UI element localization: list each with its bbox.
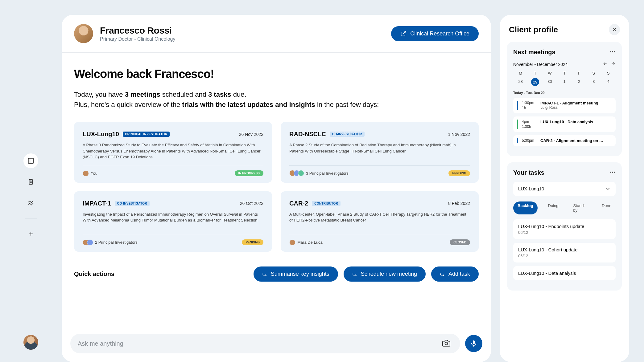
meeting-title: IMPACT-1 - Alignment meeting [540, 101, 612, 105]
close-panel-button[interactable] [609, 24, 620, 35]
meeting-time: 5:30pm [522, 138, 537, 143]
header: Francesco Rossi Primary Doctor - Clinica… [62, 15, 491, 53]
meeting-item[interactable]: 5:30pm CAR-2 - Alignment meeting on … [513, 135, 616, 146]
calendar-day[interactable]: 1 [557, 78, 572, 85]
main-panel: Francesco Rossi Primary Doctor - Clinica… [62, 15, 491, 362]
tasks-more-button[interactable] [609, 169, 616, 176]
task-item[interactable]: LUX-Lung10 - Cohort update06/12 [513, 243, 616, 262]
calendar-dow: T [528, 71, 542, 75]
trial-pi-label: Mara De Luca [297, 240, 323, 245]
task-tab[interactable]: Done [597, 201, 616, 214]
meeting-title: CAR-2 - Alignment meeting on … [540, 138, 612, 143]
meeting-item[interactable]: 1:30pm1h IMPACT-1 - Alignment meeting Lu… [513, 98, 616, 113]
task-item[interactable]: LUX-Lung10 - Data analysis [513, 266, 616, 280]
meeting-time: 1:30pm1h [522, 101, 537, 110]
camera-icon [442, 339, 450, 347]
sidebar-analytics[interactable] [23, 195, 38, 210]
trial-pi-label: You [91, 171, 97, 176]
trial-pi-label: 2 Principal Investigators [95, 240, 138, 245]
calendar-day[interactable]: 28 [513, 78, 528, 85]
welcome-heading: Welcome back Francesco! [74, 67, 479, 81]
trial-date: 26 Nov 2022 [239, 132, 263, 137]
arrow-left-icon [603, 61, 608, 66]
trial-name: LUX-Lung10 [83, 131, 119, 138]
dots-icon [609, 49, 616, 55]
quick-action-button[interactable]: Add task [431, 266, 479, 282]
trials-grid: LUX-Lung10 PRINCIPAL INVESTIGATOR 26 Nov… [74, 122, 479, 252]
meeting-time: 4pm1:30h [522, 120, 537, 129]
trial-date: 26 Oct 2022 [240, 201, 263, 206]
calendar-day[interactable]: 30 [543, 78, 557, 85]
status-badge: CLOSED [450, 239, 470, 245]
calendar-day[interactable]: 29 [531, 78, 539, 86]
sidebar-add[interactable] [23, 226, 38, 241]
camera-button[interactable] [440, 337, 453, 351]
svg-point-18 [610, 172, 611, 173]
calendar-prev-button[interactable] [603, 61, 608, 67]
pi-avatar [289, 239, 295, 246]
user-name: Francesco Rossi [100, 25, 175, 36]
calendar-next-button[interactable] [611, 61, 616, 67]
calendar-day[interactable]: 2 [572, 78, 586, 85]
task-item-title: LUX-Lung10 - Cohort update [518, 247, 611, 252]
task-tab[interactable]: Backlog [513, 201, 538, 214]
arrow-right-icon [611, 61, 616, 66]
sidebar-clipboard[interactable] [23, 174, 38, 189]
reply-arrow-icon [440, 271, 445, 277]
client-profile-panel: Client profile Next meetings November - … [500, 15, 629, 362]
calendar-day[interactable]: 4 [601, 78, 616, 85]
microphone-icon [470, 340, 477, 347]
svg-point-13 [610, 51, 611, 52]
meeting-item[interactable]: 4pm1:30h LUX-Lung10 - Data analysis [513, 116, 616, 132]
calendar-dow: T [557, 71, 572, 75]
task-item-title: LUX-Lung10 - Endpoints update [518, 224, 611, 229]
quick-action-button[interactable]: Schedule new meeting [344, 266, 426, 282]
task-item-title: LUX-Lung10 - Data analysis [518, 270, 611, 276]
trial-description: Investigating the Impact of a Personaliz… [83, 211, 263, 229]
task-tab[interactable]: Stand-by [569, 201, 591, 214]
svg-point-14 [612, 51, 613, 52]
trial-card[interactable]: LUX-Lung10 PRINCIPAL INVESTIGATOR 26 Nov… [74, 122, 272, 183]
trial-card[interactable]: RAD-NSCLC CO-INVESTIGATOR 1 Nov 2022 A P… [281, 122, 479, 183]
quick-action-label: Add task [448, 271, 470, 277]
calendar-day[interactable]: 3 [586, 78, 601, 85]
sidebar-dashboard[interactable] [23, 153, 38, 168]
task-tab[interactable]: Doing [544, 201, 563, 214]
task-trial-select[interactable]: LUX-Lung10 [513, 182, 616, 196]
trial-description: A Multi-center, Open-label, Phase 2 Stud… [289, 211, 470, 229]
pi-avatar [298, 170, 304, 176]
meeting-color-bar [517, 120, 518, 129]
calendar-dow: F [572, 71, 586, 75]
calendar-range: November - December 2024 [513, 62, 568, 67]
clinical-research-office-button[interactable]: Clinical Research Office [391, 26, 479, 41]
calendar-dow: W [543, 71, 557, 75]
meeting-color-bar [517, 138, 518, 143]
pi-avatar [87, 239, 93, 246]
task-trial-selected: LUX-Lung10 [518, 186, 544, 191]
meetings-more-button[interactable] [609, 49, 616, 56]
quick-action-button[interactable]: Summarise key insights [254, 266, 338, 282]
plus-icon [28, 231, 34, 237]
quick-action-label: Schedule new meeting [361, 271, 417, 277]
chart-icon [27, 199, 34, 206]
next-meetings-card: Next meetings November - December 2024 M… [507, 42, 622, 156]
sidebar-user-avatar[interactable] [23, 335, 38, 350]
trial-card[interactable]: IMPACT-1 CO-INVESTIGATOR 26 Oct 2022 Inv… [74, 191, 272, 252]
microphone-button[interactable] [465, 335, 482, 352]
close-icon [612, 27, 617, 32]
role-badge: PRINCIPAL INVESTIGATOR [123, 132, 170, 137]
quick-actions-row: Quick actions Summarise key insightsSche… [74, 266, 479, 282]
your-tasks-card: Your tasks LUX-Lung10 BacklogDoingStand-… [507, 162, 622, 291]
trial-card[interactable]: CAR-2 CONTRIBUTOR 8 Feb 2022 A Multi-cen… [281, 191, 479, 252]
chat-input[interactable] [78, 340, 440, 347]
task-item[interactable]: LUX-Lung10 - Endpoints update06/12 [513, 219, 616, 239]
svg-point-20 [614, 172, 615, 173]
header-button-label: Clinical Research Office [410, 31, 469, 37]
external-link-icon [400, 31, 407, 37]
trial-date: 1 Nov 2022 [448, 132, 470, 137]
user-avatar[interactable] [74, 24, 93, 43]
layout-icon [27, 157, 34, 164]
trial-separator [289, 235, 470, 235]
trial-description: A Phase 2 Study of the Combination of Ra… [289, 142, 470, 160]
calendar-dow: S [586, 71, 601, 75]
